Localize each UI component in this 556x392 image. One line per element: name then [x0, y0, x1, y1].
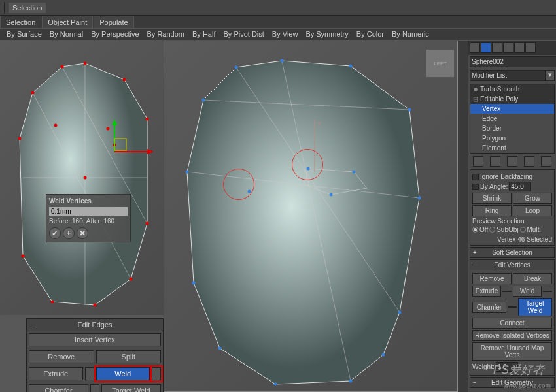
viewport-right[interactable]: y: [164, 41, 458, 392]
motion-tab-icon[interactable]: [503, 42, 513, 53]
by-angle-checkbox[interactable]: [472, 184, 479, 190]
svg-marker-23: [147, 149, 154, 154]
viewport-area: Weld Vertices 0.1mm Before: 160, After: …: [0, 41, 458, 392]
configure-icon[interactable]: [541, 156, 551, 167]
loop-button[interactable]: Loop: [513, 205, 552, 216]
preview-multi-radio[interactable]: [520, 227, 526, 233]
tab-populate[interactable]: Populate: [94, 16, 133, 28]
weld-settings-button[interactable]: [152, 367, 161, 380]
svg-point-19: [107, 127, 110, 131]
ev-weld-button[interactable]: Weld: [513, 286, 542, 297]
filter-half[interactable]: By Half: [188, 29, 219, 40]
make-unique-icon[interactable]: [507, 156, 517, 167]
filter-perspective[interactable]: By Perspective: [87, 29, 143, 40]
chamfer-settings-button[interactable]: [90, 384, 99, 392]
pin-stack-icon[interactable]: [473, 156, 483, 167]
chamfer-button[interactable]: Chamfer: [29, 384, 88, 392]
by-angle-spinner[interactable]: [509, 182, 531, 191]
extrude-button[interactable]: Extrude: [29, 367, 83, 380]
svg-point-14: [31, 91, 35, 95]
svg-point-15: [61, 65, 64, 69]
remove-unused-button[interactable]: Remove Unused Map Verts: [472, 342, 552, 361]
ring-button[interactable]: Ring: [472, 205, 512, 216]
filter-pivot[interactable]: By Pivot Dist: [219, 29, 268, 40]
weld-status: Before: 160, After: 160: [49, 218, 128, 225]
stack-border[interactable]: Border: [470, 123, 554, 133]
target-weld-button[interactable]: Target Weld: [101, 384, 161, 392]
modifier-list-dropdown[interactable]: Modifier List: [470, 70, 546, 81]
weld-ok-icon[interactable]: ✓: [49, 227, 61, 239]
view-cube[interactable]: LEFT: [426, 49, 455, 78]
filter-symmetry[interactable]: By Symmetry: [302, 29, 352, 40]
preview-off-radio[interactable]: [472, 227, 478, 233]
weld-button[interactable]: Weld: [96, 367, 150, 380]
soft-selection-rollout[interactable]: +Soft Selection: [470, 248, 554, 257]
ev-remove-button[interactable]: Remove: [472, 273, 512, 284]
display-tab-icon[interactable]: [514, 42, 525, 53]
object-name-field[interactable]: [470, 56, 556, 67]
svg-point-31: [281, 59, 284, 63]
svg-point-5: [84, 62, 87, 65]
svg-point-6: [123, 78, 126, 82]
ev-target-weld-button[interactable]: Target Weld: [518, 298, 552, 316]
weld-popup-title: Weld Vertices: [49, 197, 128, 204]
grow-button[interactable]: Grow: [513, 193, 552, 204]
extrude-settings-button[interactable]: [85, 367, 94, 380]
preview-subobj-radio[interactable]: [489, 227, 495, 233]
remove-button[interactable]: Remove: [29, 350, 94, 363]
stack-edge[interactable]: Edge: [470, 114, 554, 123]
filter-random[interactable]: By Random: [143, 29, 188, 40]
svg-point-10: [94, 304, 97, 307]
filter-normal[interactable]: By Normal: [46, 29, 87, 40]
shrink-button[interactable]: Shrink: [472, 193, 512, 204]
svg-point-7: [146, 118, 149, 121]
create-tab-icon[interactable]: [470, 42, 480, 53]
collapse-icon[interactable]: −: [31, 321, 35, 329]
edit-edges-header[interactable]: − Edit Edges: [27, 319, 163, 331]
ignore-backfacing-checkbox[interactable]: [472, 174, 479, 180]
watermark-cn: PS爱好者: [493, 362, 544, 378]
svg-point-41: [186, 171, 189, 174]
filter-surface[interactable]: By Surface: [3, 29, 46, 40]
viewport-left[interactable]: Weld Vertices 0.1mm Before: 160, After: …: [0, 41, 164, 315]
svg-marker-0: [20, 63, 147, 305]
svg-point-46: [330, 193, 333, 197]
svg-point-32: [349, 65, 353, 68]
stack-turbosmooth[interactable]: TurboSmooth: [480, 86, 519, 93]
ev-connect-button[interactable]: Connect: [472, 318, 552, 329]
filter-color[interactable]: By Color: [353, 29, 388, 40]
weld-popup: Weld Vertices 0.1mm Before: 160, After: …: [46, 194, 131, 242]
svg-point-37: [349, 380, 353, 383]
stack-element[interactable]: Element: [470, 143, 554, 153]
dropdown-arrow-icon[interactable]: ▾: [546, 70, 555, 81]
ev-break-button[interactable]: Break: [513, 273, 552, 284]
tab-object-paint[interactable]: Object Paint: [42, 16, 93, 28]
svg-point-13: [18, 137, 22, 140]
stack-polygon[interactable]: Polygon: [470, 133, 554, 143]
modify-tab-icon[interactable]: [481, 42, 491, 53]
edit-vertices-rollout[interactable]: −Edit Vertices: [470, 260, 554, 270]
svg-point-16: [84, 176, 87, 180]
stack-vertex[interactable]: Vertex: [470, 104, 554, 114]
tab-selection[interactable]: Selection: [0, 16, 41, 28]
weld-value[interactable]: 0.1mm: [51, 208, 71, 215]
remove-isolated-button[interactable]: Remove Isolated Vertices: [472, 330, 552, 341]
filter-view[interactable]: By View: [268, 29, 302, 40]
show-result-icon[interactable]: [490, 156, 500, 167]
weld-apply-icon[interactable]: +: [63, 227, 75, 239]
stack-editable-poly[interactable]: Editable Poly: [480, 95, 518, 103]
svg-point-12: [22, 255, 25, 258]
weld-cancel-icon[interactable]: ✕: [77, 227, 88, 239]
svg-point-11: [51, 301, 54, 304]
insert-vertex-button[interactable]: Insert Vertex: [29, 333, 161, 346]
ev-chamfer-button[interactable]: Chamfer: [472, 302, 506, 313]
utilities-tab-icon[interactable]: [525, 42, 536, 53]
svg-point-17: [54, 124, 58, 127]
hierarchy-tab-icon[interactable]: [492, 42, 502, 53]
svg-point-36: [382, 353, 385, 357]
remove-mod-icon[interactable]: [524, 156, 534, 167]
ev-extrude-button[interactable]: Extrude: [472, 286, 501, 297]
modifier-stack[interactable]: TurboSmooth ⊟Editable Poly Vertex Edge B…: [470, 84, 555, 154]
split-button[interactable]: Split: [96, 350, 162, 363]
filter-numeric[interactable]: By Numeric: [388, 29, 433, 40]
